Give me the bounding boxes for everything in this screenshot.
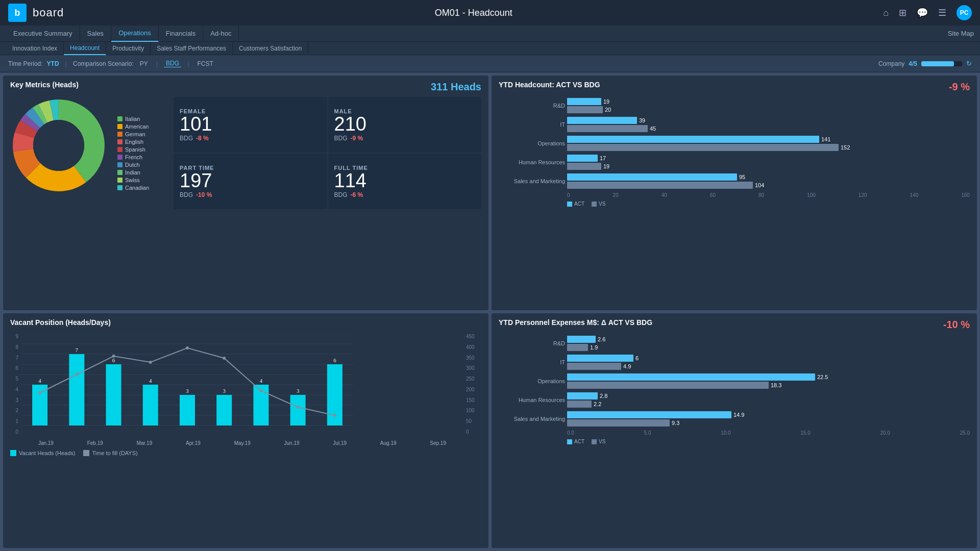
vacant-chart-area: 9876543210 Jan.19Feb.19Mar.19Apr.19May.1…: [10, 334, 481, 446]
full-time-metric: FULL TIME 114 BDG-6 %: [328, 154, 482, 209]
logo-icon: b: [8, 4, 27, 22]
nav-tab-executive-summary[interactable]: Executive Summary: [6, 26, 80, 42]
legend-spanish: Spanish: [117, 146, 168, 153]
bar-row: Operations22.518.3: [499, 373, 970, 389]
legend-american: American: [117, 123, 168, 130]
topbar-icons: ⌂ ⊞ 💬 ☰ PC: [883, 5, 972, 20]
bar-row: Human Resources2.82.2: [499, 392, 970, 408]
bar-row: R&D1920: [499, 98, 970, 113]
time-period-label: Time Period:: [8, 60, 43, 67]
legend-dutch: Dutch: [117, 162, 168, 168]
legend-english: English: [117, 139, 168, 145]
site-map-link[interactable]: Site Map: [948, 30, 974, 37]
nav-tabs: Executive Summary Sales Operations Finan…: [0, 26, 980, 42]
bar-row: Sales and Marketing14.99.3: [499, 411, 970, 427]
bar-row: Human Resources1719: [499, 155, 970, 170]
legend-swiss: Swiss: [117, 177, 168, 183]
page-title: OM01 - Headcount: [70, 8, 877, 18]
topbar: b board OM01 - Headcount ⌂ ⊞ 💬 ☰ PC: [0, 0, 980, 26]
progress-bar-fill: [921, 61, 954, 66]
sub-nav: Innovation Index Headcount Productivity …: [0, 42, 980, 55]
company-progress-bar: [921, 61, 962, 66]
key-metrics-title: Key Metrics (Heads): [10, 81, 79, 89]
legend-italian: Italian: [117, 116, 168, 122]
male-metric: MALE 210 BDG-9 %: [328, 97, 482, 153]
total-heads: 311 Heads: [431, 81, 481, 93]
legend-german: German: [117, 131, 168, 137]
part-time-metric: PART TIME 197 BDG-10 %: [174, 154, 327, 209]
company-filter: Company 4/5 ↻: [878, 60, 972, 67]
time-period-value[interactable]: YTD: [47, 60, 59, 67]
chart-legend: Italian American German English Spanish: [112, 97, 168, 209]
vacant-legend: Vacant Heads (Heads) Time to fill (DAYS): [10, 450, 481, 456]
ytd-personnel-metric: -10 %: [943, 319, 970, 331]
bar-row: Sales and Marketing95104: [499, 173, 970, 189]
ytd-personnel-title: YTD Personnel Expenses M$: Δ ACT VS BDG: [499, 318, 652, 327]
legend-french: French: [117, 154, 168, 160]
metrics-grid: FEMALE 101 BDG-8 % MALE 210 BDG-9 % PART…: [174, 97, 481, 209]
brand-name: board: [33, 6, 64, 19]
nav-tab-adhoc[interactable]: Ad-hoc: [203, 26, 239, 42]
key-metrics-panel: Key Metrics (Heads) 311 Heads: [3, 76, 488, 310]
chat-icon[interactable]: 💬: [917, 7, 928, 18]
legend-indian: Indian: [117, 169, 168, 176]
bar-row: R&D2.61.9: [499, 336, 970, 351]
nav-tab-financials[interactable]: Financials: [159, 26, 204, 42]
ytd-headcount-panel: YTD Headcount: ACT VS BDG -9 % R&D1920IT…: [492, 76, 977, 310]
bar-row: IT3945: [499, 117, 970, 132]
home-icon[interactable]: ⌂: [883, 8, 889, 18]
bar-row: Operations141152: [499, 136, 970, 151]
company-label: Company: [878, 60, 904, 67]
ytd-expense-chart: R&D2.61.9IT64.9Operations22.518.3Human R…: [499, 336, 970, 444]
nav-tab-operations[interactable]: Operations: [111, 26, 159, 42]
legend-canadian: Canadian: [117, 185, 168, 191]
menu-icon[interactable]: ☰: [938, 7, 946, 18]
grid-icon[interactable]: ⊞: [899, 7, 906, 18]
avatar[interactable]: PC: [957, 5, 972, 20]
vacant-position-title: Vacant Position (Heads/Days): [10, 318, 111, 327]
bar-row: IT64.9: [499, 355, 970, 370]
filter-py[interactable]: PY: [138, 60, 150, 67]
ytd-personnel-panel: YTD Personnel Expenses M$: Δ ACT VS BDG …: [492, 313, 977, 548]
subnav-innovation[interactable]: Innovation Index: [6, 42, 64, 55]
subnav-headcount[interactable]: Headcount: [64, 42, 106, 55]
subnav-productivity[interactable]: Productivity: [106, 42, 151, 55]
main-content: Key Metrics (Heads) 311 Heads: [0, 72, 980, 551]
company-progress: 4/5: [909, 60, 917, 67]
refresh-icon[interactable]: ↻: [966, 60, 972, 67]
vacant-position-panel: Vacant Position (Heads/Days) 9876543210 …: [3, 313, 488, 548]
subnav-customers[interactable]: Customers Satisfaction: [233, 42, 308, 55]
filter-bdg[interactable]: BDG: [164, 60, 181, 67]
ytd-bar-chart: R&D1920IT3945Operations141152Human Resou…: [499, 98, 970, 207]
svg-point-11: [33, 120, 84, 171]
ytd-headcount-title: YTD Headcount: ACT VS BDG: [499, 81, 600, 89]
filter-bar: Time Period: YTD | Comparison Scenario: …: [0, 55, 980, 72]
donut-chart: [10, 97, 112, 209]
subnav-sales-staff[interactable]: Sales Staff Performances: [151, 42, 233, 55]
ytd-headcount-metric: -9 %: [949, 81, 970, 93]
comparison-label: Comparison Scenario:: [73, 60, 134, 67]
filter-fcst[interactable]: FCST: [195, 60, 215, 67]
nav-tab-sales[interactable]: Sales: [80, 26, 112, 42]
female-metric: FEMALE 101 BDG-8 %: [174, 97, 327, 153]
